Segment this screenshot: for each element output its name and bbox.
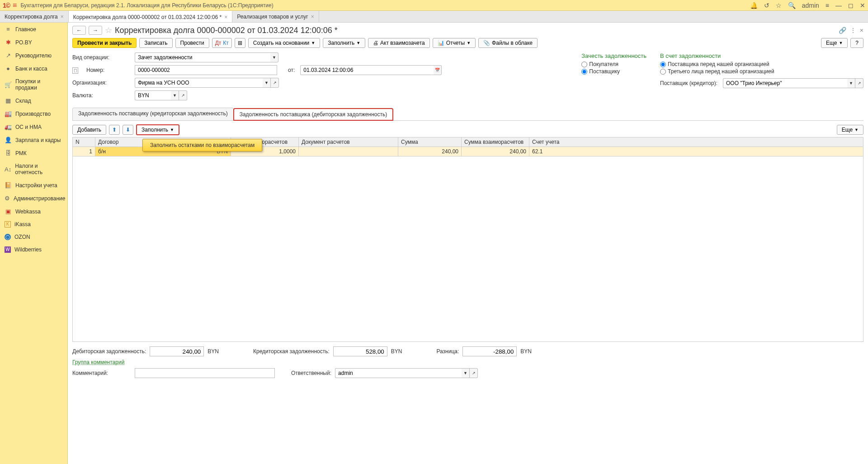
post-button[interactable]: Провести	[175, 38, 209, 48]
org-input[interactable]	[135, 78, 263, 88]
chevron-down-icon[interactable]: ▼	[462, 368, 470, 378]
more-icon[interactable]: ⋮	[850, 27, 856, 34]
supplier-input[interactable]	[723, 78, 847, 88]
cell-doc[interactable]	[299, 147, 398, 156]
minimize-icon[interactable]: —	[835, 2, 842, 9]
settings-icon[interactable]: ≡	[826, 2, 829, 9]
cell-n[interactable]: 1	[73, 147, 95, 156]
save-button[interactable]: Записать	[139, 38, 172, 48]
maximize-icon[interactable]: ◻	[848, 2, 854, 9]
offset-buyer-radio[interactable]: Покупателя	[581, 61, 646, 67]
footer: Дебиторская задолженность: BYN Кредиторс…	[72, 346, 863, 378]
link-icon[interactable]: 🔗	[839, 27, 846, 34]
sidebar-item-ozon[interactable]: ◯OZON	[0, 231, 67, 243]
sidebar-item-poby[interactable]: ✱PO.BY	[0, 36, 67, 49]
tab-label: Реализация товаров и услуг	[237, 14, 308, 20]
sidebar-item-label: Главное	[15, 26, 36, 33]
chevron-down-icon[interactable]: ▼	[270, 52, 278, 62]
sidebar-item-manager[interactable]: ↗Руководителю	[0, 49, 67, 62]
sidebar-item-production[interactable]: 🏭Производство	[0, 107, 67, 120]
sidebar-item-ikassa[interactable]: KiKassa	[0, 218, 67, 231]
cell-account[interactable]: 62.1	[529, 147, 863, 156]
sidebar-item-bank[interactable]: ●Банк и касса	[0, 62, 67, 75]
group-comment-link[interactable]: Группа комментарий	[72, 359, 124, 365]
close-icon[interactable]: ×	[311, 14, 314, 20]
table-fill-button[interactable]: Заполнить ▼	[136, 124, 179, 135]
sidebar-item-rmk[interactable]: 🗄РМК	[0, 147, 67, 160]
operation-input[interactable]	[135, 52, 270, 62]
fill-dropdown-item[interactable]: Заполнить остатками по взаиморасчетам	[142, 139, 262, 152]
search-icon[interactable]: 🔍	[788, 2, 796, 9]
col-sum-calc[interactable]: Сумма взаиморасчетов	[462, 137, 529, 147]
credit-third-radio[interactable]: Третьего лица перед нашей организацией	[660, 68, 863, 75]
chevron-down-icon[interactable]: ▼	[847, 78, 855, 88]
col-account[interactable]: Счет учета	[529, 137, 863, 147]
open-icon[interactable]: ↗	[179, 90, 187, 100]
close-icon[interactable]: ×	[860, 27, 863, 34]
user-label[interactable]: admin	[802, 2, 819, 9]
sidebar-item-settings[interactable]: 📔Настройки учета	[0, 179, 67, 192]
col-doc[interactable]: Документ расчетов	[299, 137, 398, 147]
close-icon[interactable]: ×	[61, 14, 64, 20]
tab-0[interactable]: Корректировка долга ×	[0, 11, 69, 22]
move-down-button[interactable]: ⬇	[123, 125, 133, 135]
tab-2[interactable]: Реализация товаров и услуг ×	[232, 11, 319, 22]
favorite-icon[interactable]: ☆	[105, 25, 112, 35]
cell-sum-calc[interactable]: 240,00	[462, 147, 529, 156]
star-icon[interactable]: ☆	[776, 2, 782, 9]
open-icon[interactable]: ↗	[470, 368, 478, 378]
date-input[interactable]	[300, 65, 434, 75]
tab-1[interactable]: Корректировка долга 0000-000002 от 01.03…	[69, 11, 232, 22]
subtab-creditor[interactable]: Задолженность поставщику (кредиторская з…	[72, 108, 234, 120]
add-button[interactable]: Добавить	[72, 125, 106, 135]
number-icon[interactable]: ⎕	[72, 67, 78, 74]
forward-button[interactable]: →	[89, 26, 102, 35]
files-button[interactable]: 📎 Файлы в облаке	[478, 38, 538, 48]
sidebar-item-webkassa[interactable]: ▣Webkassa	[0, 205, 67, 218]
credit-supplier-radio[interactable]: Поставщика перед нашей организацией	[660, 61, 863, 67]
calendar-icon[interactable]: 📅	[434, 65, 442, 75]
fill-button[interactable]: Заполнить ▼	[323, 38, 365, 48]
move-up-button[interactable]: ⬆	[109, 125, 120, 135]
more-button[interactable]: Еще ▼	[821, 38, 848, 48]
table-more-button[interactable]: Еще ▼	[837, 125, 863, 135]
chevron-down-icon[interactable]: ▼	[171, 90, 179, 100]
hamburger-icon[interactable]: ≡	[13, 1, 17, 9]
post-close-button[interactable]: Провести и закрыть	[72, 38, 137, 48]
sidebar-item-main[interactable]: ≡Главное	[0, 23, 67, 36]
col-n[interactable]: N	[73, 137, 95, 147]
col-sum[interactable]: Сумма	[398, 137, 462, 147]
help-button[interactable]: ?	[850, 38, 863, 48]
number-input[interactable]	[135, 65, 277, 75]
close-icon[interactable]: ×	[224, 14, 227, 20]
structure-button[interactable]: ⊞	[235, 38, 245, 48]
comment-input[interactable]	[135, 368, 275, 378]
sidebar-item-warehouse[interactable]: ▦Склад	[0, 94, 67, 107]
back-button[interactable]: ←	[72, 26, 86, 35]
subtab-debitor[interactable]: Задолженность поставщика (дебиторская за…	[233, 108, 394, 121]
offset-supplier-radio[interactable]: Поставщику	[581, 68, 646, 75]
sidebar-item-label: ОС и НМА	[15, 124, 42, 130]
sidebar-item-assets[interactable]: 🚛ОС и НМА	[0, 120, 67, 133]
sidebar-item-tax[interactable]: A↕Налоги и отчетность	[0, 160, 67, 179]
table-empty-area[interactable]	[72, 156, 863, 342]
sidebar-item-wildberries[interactable]: WWildberries	[0, 243, 67, 256]
history-icon[interactable]: ↺	[764, 2, 769, 9]
create-based-button[interactable]: Создать на основании ▼	[248, 38, 320, 48]
sidebar-item-admin[interactable]: ⚙Администрирование	[0, 192, 67, 205]
currency-input[interactable]	[135, 90, 171, 100]
act-button[interactable]: 🖨 Акт взаимозачета	[368, 38, 430, 48]
open-icon[interactable]: ↗	[855, 78, 863, 88]
close-icon[interactable]: ✕	[860, 2, 865, 9]
sidebar-item-label: Настройки учета	[15, 182, 57, 189]
open-icon[interactable]: ↗	[271, 78, 279, 88]
bell-icon[interactable]: 🔔	[750, 2, 758, 9]
dtdt-button[interactable]: ДтКт	[212, 38, 232, 48]
responsible-input[interactable]	[335, 368, 462, 378]
sidebar-item-label: OZON	[14, 234, 30, 240]
sidebar-item-sales[interactable]: 🛒Покупки и продажи	[0, 75, 67, 94]
cell-sum[interactable]: 240,00	[398, 147, 462, 156]
sidebar-item-salary[interactable]: 👤Зарплата и кадры	[0, 133, 67, 147]
reports-button[interactable]: 📊 Отчеты ▼	[433, 38, 476, 48]
chevron-down-icon[interactable]: ▼	[263, 78, 271, 88]
